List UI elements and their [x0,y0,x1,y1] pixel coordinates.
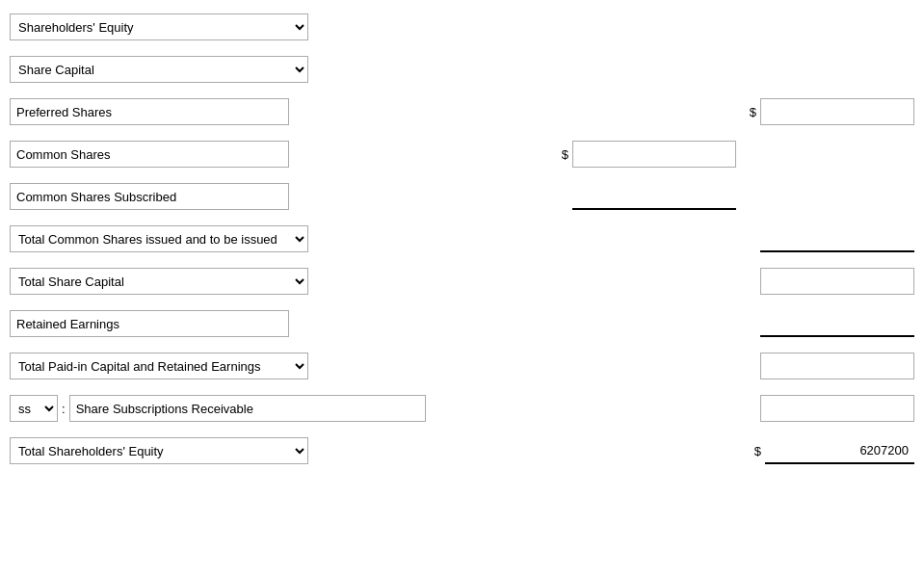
total-share-capital-select[interactable]: Total Share Capital [10,268,308,295]
shareholders-equity-select[interactable]: Shareholders' Equity [10,13,308,40]
total-shareholders-value[interactable] [765,437,914,464]
total-common-shares-right [746,225,914,252]
retained-earnings-col [10,310,308,337]
common-shares-mid: $ [308,141,746,168]
row-common-shares: $ [0,137,924,171]
preferred-shares-input[interactable] [10,98,289,125]
common-shares-subscribed-mid [308,183,746,210]
retained-earnings-right [746,310,914,337]
total-common-shares-select[interactable]: Total Common Shares issued and to be iss… [10,225,308,252]
total-common-shares-value[interactable] [760,225,914,252]
share-capital-select[interactable]: Share Capital [10,56,308,83]
total-paid-in-right [746,353,914,379]
total-paid-in-value[interactable] [760,353,914,379]
row-total-common-shares: Total Common Shares issued and to be iss… [0,222,924,256]
row-total-shareholders: Total Shareholders' Equity $ [0,433,924,468]
total-share-capital-right [746,268,914,295]
total-paid-in-select[interactable]: Total Paid-in Capital and Retained Earni… [10,353,308,379]
row-shareholders-equity: Shareholders' Equity [0,10,924,44]
row-subscriptions: ss : [0,391,924,426]
total-shareholders-right: $ [746,437,914,464]
row-preferred-shares: $ [0,94,924,129]
preferred-dollar: $ [750,105,756,119]
subscriptions-value[interactable] [760,395,914,422]
total-shareholders-dollar: $ [754,444,761,458]
common-shares-input[interactable] [10,141,289,168]
row-total-paid-in: Total Paid-in Capital and Retained Earni… [0,349,924,383]
preferred-shares-right: $ [746,98,914,125]
subscriptions-description-input[interactable] [69,395,426,422]
common-shares-col [10,141,308,168]
total-share-capital-value[interactable] [760,268,914,295]
share-capital-col: Share Capital [10,56,308,83]
subscriptions-left: ss : [10,395,462,422]
shareholders-equity-col: Shareholders' Equity [10,13,308,40]
total-paid-in-col: Total Paid-in Capital and Retained Earni… [10,353,308,379]
subscriptions-colon: : [62,402,66,416]
row-total-share-capital: Total Share Capital [0,264,924,299]
common-shares-subscribed-col [10,183,308,210]
retained-earnings-input[interactable] [10,310,289,337]
common-shares-mid-value[interactable] [572,141,736,168]
subscriptions-right [746,395,914,422]
common-shares-subscribed-input[interactable] [10,183,289,210]
main-content: Shareholders' Equity Share Capital $ [0,0,924,575]
row-share-capital: Share Capital [0,52,924,87]
subscriptions-type-select[interactable]: ss [10,395,58,422]
total-shareholders-select[interactable]: Total Shareholders' Equity [10,437,308,464]
total-shareholders-col: Total Shareholders' Equity [10,437,308,464]
retained-earnings-value[interactable] [760,310,914,337]
row-retained-earnings [0,306,924,341]
total-share-capital-col: Total Share Capital [10,268,308,295]
row-common-shares-subscribed [0,179,924,214]
total-common-shares-col: Total Common Shares issued and to be iss… [10,225,308,252]
preferred-shares-col [10,98,308,125]
common-dollar: $ [562,147,568,162]
common-shares-subscribed-value[interactable] [572,183,736,210]
preferred-shares-value[interactable] [760,98,914,125]
